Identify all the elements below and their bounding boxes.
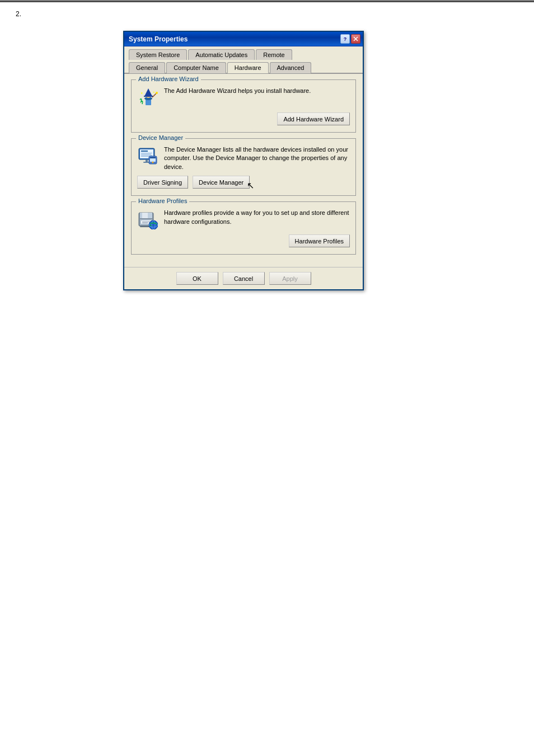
top-border: [0, 0, 534, 2]
ok-button[interactable]: OK: [176, 272, 218, 285]
svg-text:★: ★: [140, 91, 143, 95]
window-title: System Properties: [129, 35, 340, 43]
device-manager-btn-wrapper: Device Manager ↖: [193, 176, 250, 189]
svg-point-10: [156, 92, 158, 94]
add-hardware-buttons: Add Hardware Wizard: [137, 112, 350, 125]
device-manager-title: Device Manager: [136, 134, 185, 141]
svg-rect-17: [141, 156, 149, 157]
hardware-profiles-buttons: Hardware Profiles: [137, 234, 350, 247]
svg-rect-14: [141, 153, 152, 153]
title-bar: System Properties ?: [124, 32, 363, 46]
tab-remote[interactable]: Remote: [256, 49, 292, 60]
device-manager-buttons: Driver Signing Device Manager ↖: [137, 176, 350, 189]
tab-row-2: General Computer Name Hardware Advanced: [129, 62, 358, 73]
tab-automatic-updates[interactable]: Automatic Updates: [188, 49, 255, 60]
content-area: Add Hardware Wizard ★: [124, 74, 363, 267]
hardware-profiles-inner: Hardware profiles provide a way for you …: [137, 209, 350, 230]
tab-row-1: System Restore Automatic Updates Remote: [129, 49, 358, 59]
device-manager-inner: The Device Manager lists all the hardwar…: [137, 145, 350, 171]
device-manager-button[interactable]: Device Manager: [193, 176, 250, 189]
device-manager-description: The Device Manager lists all the hardwar…: [164, 145, 350, 171]
device-manager-svg-icon: [138, 146, 158, 166]
tab-general[interactable]: General: [129, 62, 165, 73]
add-hardware-wizard-title: Add Hardware Wizard: [136, 76, 201, 82]
tab-computer-name[interactable]: Computer Name: [166, 62, 226, 73]
svg-rect-30: [142, 223, 148, 223]
device-manager-icon: [137, 145, 158, 167]
add-hardware-description: The Add Hardware Wizard helps you instal…: [164, 87, 350, 95]
svg-text:★: ★: [153, 91, 155, 93]
close-icon: [353, 36, 358, 41]
help-button[interactable]: ?: [340, 34, 350, 44]
hardware-wizard-svg-icon: ★ ★: [138, 87, 158, 107]
driver-signing-button[interactable]: Driver Signing: [137, 176, 188, 189]
add-hardware-wizard-button[interactable]: Add Hardware Wizard: [277, 112, 350, 125]
hardware-profiles-title: Hardware Profiles: [136, 198, 189, 204]
hardware-profiles-icon: [137, 209, 158, 230]
tab-advanced[interactable]: Advanced: [270, 62, 312, 73]
tab-system-restore[interactable]: System Restore: [129, 49, 187, 60]
add-hardware-icon: ★ ★: [137, 87, 158, 108]
bottom-bar: OK Cancel Apply: [124, 267, 363, 289]
system-properties-dialog: System Properties ? System Restore Autom…: [123, 31, 364, 290]
page-number: 2.: [16, 10, 21, 18]
svg-marker-5: [144, 88, 152, 96]
hardware-profiles-svg-icon: [138, 209, 158, 229]
tab-container-row1: System Restore Automatic Updates Remote: [124, 46, 363, 60]
close-button[interactable]: [351, 34, 360, 44]
apply-button[interactable]: Apply: [269, 272, 311, 285]
hardware-profiles-description: Hardware profiles provide a way for you …: [164, 209, 350, 226]
window-frame: System Properties ? System Restore Autom…: [123, 31, 364, 290]
svg-rect-16: [141, 155, 152, 156]
hardware-profiles-section: Hardware Profiles: [131, 201, 356, 255]
title-bar-buttons: ?: [340, 34, 360, 44]
device-manager-section: Device Manager: [131, 138, 356, 196]
svg-rect-6: [144, 96, 153, 97]
svg-rect-29: [142, 222, 150, 222]
add-hardware-wizard-section: Add Hardware Wizard ★: [131, 79, 356, 133]
tab-container-row2: General Computer Name Hardware Advanced: [124, 59, 363, 74]
tab-hardware[interactable]: Hardware: [227, 62, 269, 73]
hardware-profiles-button[interactable]: Hardware Profiles: [289, 234, 350, 247]
svg-rect-22: [150, 157, 156, 158]
svg-rect-15: [141, 154, 151, 154]
cancel-button[interactable]: Cancel: [223, 272, 265, 285]
svg-point-23: [152, 162, 154, 163]
svg-rect-18: [146, 159, 148, 162]
add-hardware-inner: ★ ★ The Add Hardware Wizard helps you in…: [137, 87, 350, 108]
svg-rect-26: [142, 213, 148, 218]
svg-rect-13: [141, 151, 148, 152]
